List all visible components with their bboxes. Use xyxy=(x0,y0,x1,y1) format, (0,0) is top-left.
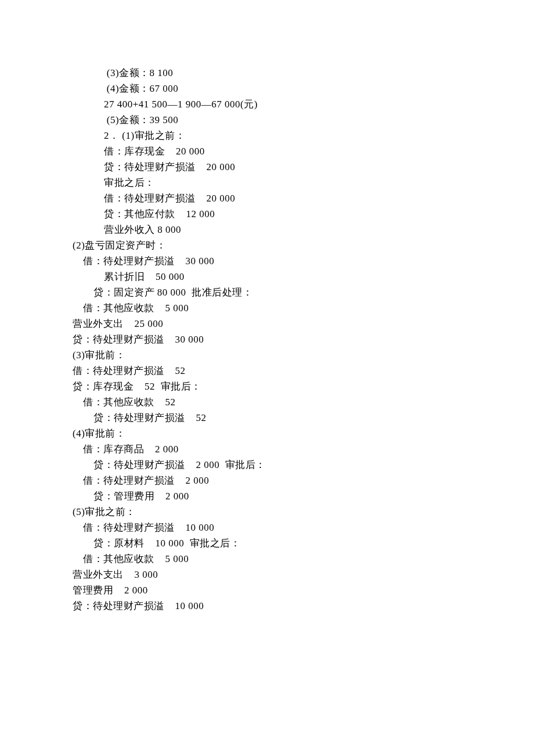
text-line: 2． (1)审批之前： xyxy=(73,128,482,143)
text-line: 审批之后： xyxy=(73,175,482,190)
text-line: 贷：待处理财产损溢 2 000 审批后： xyxy=(73,457,482,473)
text-line: 贷：原材料 10 000 审批之后： xyxy=(73,535,482,551)
text-line: 贷：其他应付款 12 000 xyxy=(73,206,482,222)
text-line: 借：其他应收款 52 xyxy=(73,394,482,410)
text-line: (4)金额：67 000 xyxy=(73,81,482,96)
text-line: 借：待处理财产损溢 20 000 xyxy=(73,190,482,206)
text-line: 借：待处理财产损溢 2 000 xyxy=(73,473,482,488)
document-page: (3)金额：8 100 (4)金额：67 00027 400+41 500—1 … xyxy=(0,0,534,672)
text-line: 贷：待处理财产损溢 52 xyxy=(73,410,482,426)
text-line: 借：其他应收款 5 000 xyxy=(73,300,482,316)
text-line: 27 400+41 500—1 900—67 000(元) xyxy=(73,96,482,112)
text-line: 营业外支出 3 000 xyxy=(73,567,482,582)
text-line: 贷：待处理财产损溢 10 000 xyxy=(73,598,482,614)
text-line: 借：库存商品 2 000 xyxy=(73,441,482,457)
text-line: 贷：管理费用 2 000 xyxy=(73,488,482,504)
text-line: 营业外收入 8 000 xyxy=(73,222,482,237)
text-line: (4)审批前： xyxy=(73,426,482,441)
text-line: 管理费用 2 000 xyxy=(73,582,482,598)
text-line: (5)审批之前： xyxy=(73,504,482,520)
text-line: 累计折旧 50 000 xyxy=(73,269,482,285)
text-line: 借：待处理财产损溢 30 000 xyxy=(73,253,482,269)
text-line: 借：待处理财产损溢 52 xyxy=(73,363,482,379)
text-line: 借：待处理财产损溢 10 000 xyxy=(73,520,482,535)
text-line: (2)盘亏固定资产时： xyxy=(73,237,482,253)
text-line: 贷：待处理财产损溢 20 000 xyxy=(73,159,482,175)
text-line: 贷：库存现金 52 审批后： xyxy=(73,379,482,394)
text-line: 借：其他应收款 5 000 xyxy=(73,551,482,567)
text-line: 贷：待处理财产损溢 30 000 xyxy=(73,332,482,347)
text-line: 营业外支出 25 000 xyxy=(73,316,482,332)
text-line: 贷：固定资产 80 000 批准后处理： xyxy=(73,285,482,300)
text-line: (5)金额：39 500 xyxy=(73,112,482,128)
text-line: 借：库存现金 20 000 xyxy=(73,143,482,159)
text-line: (3)金额：8 100 xyxy=(73,65,482,81)
text-line: (3)审批前： xyxy=(73,347,482,363)
